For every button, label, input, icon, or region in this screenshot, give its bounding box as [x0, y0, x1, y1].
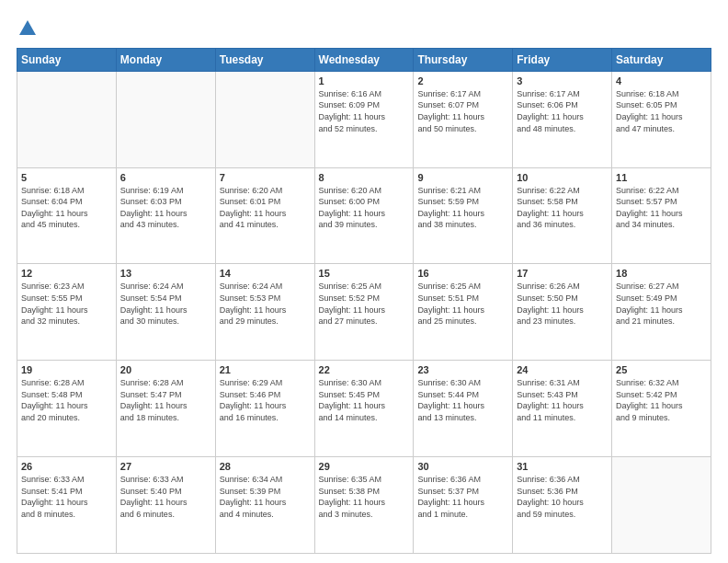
day-info: Sunrise: 6:22 AMSunset: 5:58 PMDaylight:… — [517, 185, 608, 231]
day-number: 13 — [120, 268, 211, 279]
day-cell: 27Sunrise: 6:33 AMSunset: 5:40 PMDayligh… — [116, 457, 215, 554]
day-cell: 4Sunrise: 6:18 AMSunset: 6:05 PMDaylight… — [612, 71, 711, 167]
day-cell: 14Sunrise: 6:24 AMSunset: 5:53 PMDayligh… — [215, 264, 314, 361]
day-number: 11 — [616, 172, 707, 183]
day-info: Sunrise: 6:26 AMSunset: 5:50 PMDaylight:… — [517, 281, 608, 327]
weekday-header-wednesday: Wednesday — [314, 48, 414, 71]
day-info: Sunrise: 6:23 AMSunset: 5:55 PMDaylight:… — [21, 281, 112, 327]
calendar: SundayMondayTuesdayWednesdayThursdayFrid… — [17, 48, 711, 554]
day-info: Sunrise: 6:17 AMSunset: 6:07 PMDaylight:… — [417, 88, 508, 134]
day-number: 8 — [319, 172, 410, 183]
day-cell: 22Sunrise: 6:30 AMSunset: 5:45 PMDayligh… — [314, 361, 414, 457]
weekday-header-thursday: Thursday — [414, 48, 513, 71]
day-number: 23 — [417, 364, 508, 375]
day-cell: 9Sunrise: 6:21 AMSunset: 5:59 PMDaylight… — [414, 167, 513, 264]
day-info: Sunrise: 6:19 AMSunset: 6:03 PMDaylight:… — [120, 185, 211, 231]
day-cell: 6Sunrise: 6:19 AMSunset: 6:03 PMDaylight… — [116, 167, 215, 264]
day-cell: 23Sunrise: 6:30 AMSunset: 5:44 PMDayligh… — [414, 361, 513, 457]
day-number: 7 — [220, 172, 311, 183]
day-info: Sunrise: 6:20 AMSunset: 6:01 PMDaylight:… — [220, 185, 311, 231]
day-cell: 21Sunrise: 6:29 AMSunset: 5:46 PMDayligh… — [215, 361, 314, 457]
day-number: 6 — [120, 172, 211, 183]
day-cell: 30Sunrise: 6:36 AMSunset: 5:37 PMDayligh… — [414, 457, 513, 554]
day-number: 17 — [517, 268, 608, 279]
day-number: 29 — [319, 461, 410, 472]
day-info: Sunrise: 6:16 AMSunset: 6:09 PMDaylight:… — [319, 88, 410, 134]
day-info: Sunrise: 6:24 AMSunset: 5:53 PMDaylight:… — [220, 281, 311, 327]
logo — [17, 17, 39, 39]
day-info: Sunrise: 6:20 AMSunset: 6:00 PMDaylight:… — [319, 185, 410, 231]
day-cell: 15Sunrise: 6:25 AMSunset: 5:52 PMDayligh… — [314, 264, 414, 361]
day-number: 4 — [616, 75, 707, 86]
day-number: 2 — [417, 75, 508, 86]
page: SundayMondayTuesdayWednesdayThursdayFrid… — [0, 0, 728, 563]
day-info: Sunrise: 6:31 AMSunset: 5:43 PMDaylight:… — [517, 377, 608, 423]
day-number: 26 — [21, 461, 112, 472]
weekday-header-tuesday: Tuesday — [215, 48, 314, 71]
day-info: Sunrise: 6:30 AMSunset: 5:45 PMDaylight:… — [319, 377, 410, 423]
day-info: Sunrise: 6:21 AMSunset: 5:59 PMDaylight:… — [417, 185, 508, 231]
day-info: Sunrise: 6:36 AMSunset: 5:36 PMDaylight:… — [517, 474, 608, 520]
day-info: Sunrise: 6:33 AMSunset: 5:41 PMDaylight:… — [21, 474, 112, 520]
day-number: 5 — [21, 172, 112, 183]
day-info: Sunrise: 6:25 AMSunset: 5:52 PMDaylight:… — [319, 281, 410, 327]
day-info: Sunrise: 6:24 AMSunset: 5:54 PMDaylight:… — [120, 281, 211, 327]
day-info: Sunrise: 6:22 AMSunset: 5:57 PMDaylight:… — [616, 185, 707, 231]
day-number: 9 — [417, 172, 508, 183]
day-cell: 19Sunrise: 6:28 AMSunset: 5:48 PMDayligh… — [17, 361, 117, 457]
day-cell: 26Sunrise: 6:33 AMSunset: 5:41 PMDayligh… — [17, 457, 117, 554]
day-info: Sunrise: 6:35 AMSunset: 5:38 PMDaylight:… — [319, 474, 410, 520]
day-info: Sunrise: 6:34 AMSunset: 5:39 PMDaylight:… — [220, 474, 311, 520]
day-cell: 7Sunrise: 6:20 AMSunset: 6:01 PMDaylight… — [215, 167, 314, 264]
weekday-header-row: SundayMondayTuesdayWednesdayThursdayFrid… — [17, 48, 711, 71]
day-cell — [17, 71, 117, 167]
weekday-header-sunday: Sunday — [17, 48, 117, 71]
svg-marker-0 — [19, 20, 36, 35]
day-number: 14 — [220, 268, 311, 279]
week-row-3: 12Sunrise: 6:23 AMSunset: 5:55 PMDayligh… — [17, 264, 711, 361]
weekday-header-monday: Monday — [116, 48, 215, 71]
day-cell: 10Sunrise: 6:22 AMSunset: 5:58 PMDayligh… — [513, 167, 612, 264]
day-number: 20 — [120, 364, 211, 375]
day-number: 3 — [517, 75, 608, 86]
day-number: 15 — [319, 268, 410, 279]
day-cell — [612, 457, 711, 554]
day-number: 16 — [417, 268, 508, 279]
day-cell: 29Sunrise: 6:35 AMSunset: 5:38 PMDayligh… — [314, 457, 414, 554]
day-number: 22 — [319, 364, 410, 375]
day-cell: 2Sunrise: 6:17 AMSunset: 6:07 PMDaylight… — [414, 71, 513, 167]
day-info: Sunrise: 6:25 AMSunset: 5:51 PMDaylight:… — [417, 281, 508, 327]
day-number: 19 — [21, 364, 112, 375]
day-info: Sunrise: 6:18 AMSunset: 6:04 PMDaylight:… — [21, 185, 112, 231]
day-info: Sunrise: 6:17 AMSunset: 6:06 PMDaylight:… — [517, 88, 608, 134]
day-info: Sunrise: 6:18 AMSunset: 6:05 PMDaylight:… — [616, 88, 707, 134]
day-cell: 17Sunrise: 6:26 AMSunset: 5:50 PMDayligh… — [513, 264, 612, 361]
day-cell: 24Sunrise: 6:31 AMSunset: 5:43 PMDayligh… — [513, 361, 612, 457]
weekday-header-saturday: Saturday — [612, 48, 711, 71]
day-number: 28 — [220, 461, 311, 472]
logo-icon — [17, 18, 38, 39]
day-info: Sunrise: 6:27 AMSunset: 5:49 PMDaylight:… — [616, 281, 707, 327]
day-number: 1 — [319, 75, 410, 86]
week-row-1: 1Sunrise: 6:16 AMSunset: 6:09 PMDaylight… — [17, 71, 711, 167]
day-number: 18 — [616, 268, 707, 279]
day-info: Sunrise: 6:28 AMSunset: 5:47 PMDaylight:… — [120, 377, 211, 423]
day-number: 25 — [616, 364, 707, 375]
day-number: 21 — [220, 364, 311, 375]
day-cell: 20Sunrise: 6:28 AMSunset: 5:47 PMDayligh… — [116, 361, 215, 457]
day-cell: 5Sunrise: 6:18 AMSunset: 6:04 PMDaylight… — [17, 167, 117, 264]
day-cell: 11Sunrise: 6:22 AMSunset: 5:57 PMDayligh… — [612, 167, 711, 264]
week-row-5: 26Sunrise: 6:33 AMSunset: 5:41 PMDayligh… — [17, 457, 711, 554]
day-cell — [116, 71, 215, 167]
day-number: 30 — [417, 461, 508, 472]
day-number: 24 — [517, 364, 608, 375]
day-info: Sunrise: 6:28 AMSunset: 5:48 PMDaylight:… — [21, 377, 112, 423]
day-info: Sunrise: 6:32 AMSunset: 5:42 PMDaylight:… — [616, 377, 707, 423]
day-number: 27 — [120, 461, 211, 472]
week-row-4: 19Sunrise: 6:28 AMSunset: 5:48 PMDayligh… — [17, 361, 711, 457]
day-cell: 28Sunrise: 6:34 AMSunset: 5:39 PMDayligh… — [215, 457, 314, 554]
day-cell: 31Sunrise: 6:36 AMSunset: 5:36 PMDayligh… — [513, 457, 612, 554]
day-info: Sunrise: 6:36 AMSunset: 5:37 PMDaylight:… — [417, 474, 508, 520]
weekday-header-friday: Friday — [513, 48, 612, 71]
day-cell: 16Sunrise: 6:25 AMSunset: 5:51 PMDayligh… — [414, 264, 513, 361]
